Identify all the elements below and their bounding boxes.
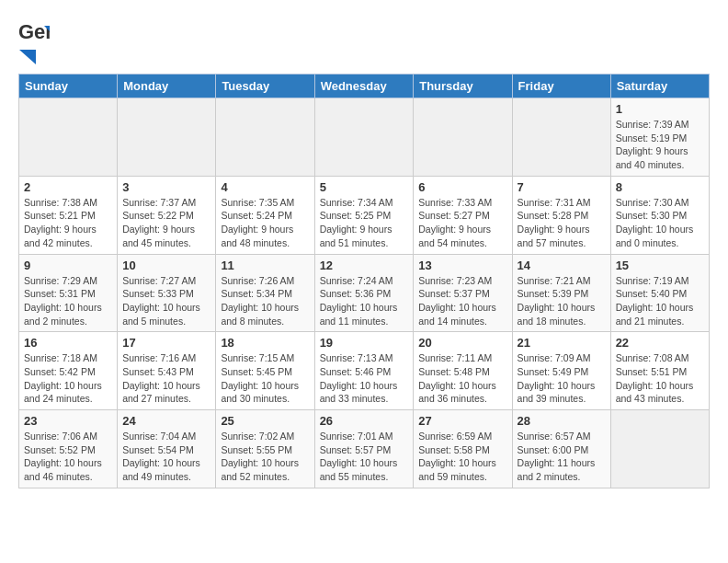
calendar-cell: 28Sunrise: 6:57 AM Sunset: 6:00 PM Dayli…	[512, 410, 610, 488]
svg-marker-2	[19, 50, 36, 64]
calendar-cell: 23Sunrise: 7:06 AM Sunset: 5:52 PM Dayli…	[19, 410, 118, 488]
day-info: Sunrise: 7:13 AM Sunset: 5:46 PM Dayligh…	[320, 351, 409, 406]
logo-icon: General	[18, 18, 50, 50]
day-info: Sunrise: 7:24 AM Sunset: 5:36 PM Dayligh…	[320, 274, 409, 328]
day-number: 19	[320, 336, 409, 350]
day-info: Sunrise: 7:09 AM Sunset: 5:49 PM Dayligh…	[518, 351, 606, 406]
calendar-week-row: 9Sunrise: 7:29 AM Sunset: 5:31 PM Daylig…	[19, 254, 710, 332]
calendar-cell: 20Sunrise: 7:11 AM Sunset: 5:48 PM Dayli…	[414, 332, 512, 410]
day-number: 26	[320, 414, 409, 428]
calendar-header-row: SundayMondayTuesdayWednesdayThursdayFrid…	[19, 75, 710, 98]
day-number: 12	[320, 259, 409, 272]
calendar-cell: 27Sunrise: 6:59 AM Sunset: 5:58 PM Dayli…	[414, 410, 512, 488]
calendar-cell: 26Sunrise: 7:01 AM Sunset: 5:57 PM Dayli…	[314, 410, 414, 488]
calendar-cell: 6Sunrise: 7:33 AM Sunset: 5:27 PM Daylig…	[414, 176, 512, 254]
day-number: 23	[24, 414, 112, 428]
calendar-cell: 1Sunrise: 7:39 AM Sunset: 5:19 PM Daylig…	[610, 98, 709, 177]
day-number: 20	[418, 336, 506, 350]
calendar-week-row: 16Sunrise: 7:18 AM Sunset: 5:42 PM Dayli…	[19, 332, 710, 410]
day-info: Sunrise: 7:35 AM Sunset: 5:24 PM Dayligh…	[221, 196, 309, 250]
day-number: 10	[122, 259, 210, 272]
day-number: 9	[24, 259, 112, 272]
calendar-table: SundayMondayTuesdayWednesdayThursdayFrid…	[18, 74, 710, 488]
calendar-cell	[216, 98, 314, 177]
day-of-week-header: Tuesday	[216, 75, 314, 98]
calendar-cell: 21Sunrise: 7:09 AM Sunset: 5:49 PM Dayli…	[512, 332, 610, 410]
logo-arrow-icon	[19, 50, 36, 64]
day-number: 16	[24, 336, 112, 350]
calendar-week-row: 23Sunrise: 7:06 AM Sunset: 5:52 PM Dayli…	[19, 410, 710, 488]
day-info: Sunrise: 7:08 AM Sunset: 5:51 PM Dayligh…	[616, 351, 704, 406]
day-number: 18	[221, 336, 309, 350]
logo: General	[18, 18, 50, 64]
day-number: 22	[616, 336, 704, 350]
calendar-cell: 2Sunrise: 7:38 AM Sunset: 5:21 PM Daylig…	[19, 176, 118, 254]
day-info: Sunrise: 7:39 AM Sunset: 5:19 PM Dayligh…	[616, 118, 704, 172]
calendar-cell: 18Sunrise: 7:15 AM Sunset: 5:45 PM Dayli…	[216, 332, 314, 410]
day-number: 5	[320, 180, 409, 194]
svg-text:General: General	[18, 20, 50, 43]
calendar-cell: 13Sunrise: 7:23 AM Sunset: 5:37 PM Dayli…	[414, 254, 512, 332]
day-info: Sunrise: 7:15 AM Sunset: 5:45 PM Dayligh…	[221, 351, 309, 406]
day-number: 7	[518, 180, 606, 194]
calendar-cell: 19Sunrise: 7:13 AM Sunset: 5:46 PM Dayli…	[314, 332, 414, 410]
day-number: 3	[122, 180, 210, 194]
day-number: 8	[616, 180, 704, 194]
calendar-cell: 24Sunrise: 7:04 AM Sunset: 5:54 PM Dayli…	[118, 410, 216, 488]
calendar-cell: 17Sunrise: 7:16 AM Sunset: 5:43 PM Dayli…	[118, 332, 216, 410]
day-of-week-header: Thursday	[414, 75, 512, 98]
calendar-cell: 15Sunrise: 7:19 AM Sunset: 5:40 PM Dayli…	[610, 254, 709, 332]
day-info: Sunrise: 7:29 AM Sunset: 5:31 PM Dayligh…	[24, 274, 112, 328]
day-info: Sunrise: 7:23 AM Sunset: 5:37 PM Dayligh…	[418, 274, 506, 328]
day-info: Sunrise: 7:27 AM Sunset: 5:33 PM Dayligh…	[122, 274, 210, 328]
day-info: Sunrise: 7:01 AM Sunset: 5:57 PM Dayligh…	[320, 430, 409, 484]
calendar-cell	[512, 98, 610, 177]
day-number: 6	[418, 180, 506, 194]
calendar-cell	[118, 98, 216, 177]
day-info: Sunrise: 7:21 AM Sunset: 5:39 PM Dayligh…	[518, 274, 606, 328]
day-info: Sunrise: 7:16 AM Sunset: 5:43 PM Dayligh…	[122, 351, 210, 406]
day-of-week-header: Friday	[512, 75, 610, 98]
day-of-week-header: Saturday	[610, 75, 709, 98]
calendar-cell	[610, 410, 709, 488]
day-info: Sunrise: 7:11 AM Sunset: 5:48 PM Dayligh…	[418, 351, 506, 406]
day-info: Sunrise: 7:06 AM Sunset: 5:52 PM Dayligh…	[24, 430, 112, 484]
calendar-cell: 3Sunrise: 7:37 AM Sunset: 5:22 PM Daylig…	[118, 176, 216, 254]
day-info: Sunrise: 7:19 AM Sunset: 5:40 PM Dayligh…	[616, 274, 704, 328]
day-number: 17	[122, 336, 210, 350]
day-number: 14	[518, 259, 606, 272]
day-info: Sunrise: 7:34 AM Sunset: 5:25 PM Dayligh…	[320, 196, 409, 250]
day-info: Sunrise: 7:26 AM Sunset: 5:34 PM Dayligh…	[221, 274, 309, 328]
day-info: Sunrise: 7:31 AM Sunset: 5:28 PM Dayligh…	[518, 196, 606, 250]
day-info: Sunrise: 7:18 AM Sunset: 5:42 PM Dayligh…	[24, 351, 112, 406]
day-of-week-header: Monday	[118, 75, 216, 98]
day-number: 21	[518, 336, 606, 350]
day-number: 1	[616, 102, 704, 116]
day-info: Sunrise: 7:04 AM Sunset: 5:54 PM Dayligh…	[122, 430, 210, 484]
day-number: 2	[24, 180, 112, 194]
day-number: 15	[616, 259, 704, 272]
day-info: Sunrise: 7:37 AM Sunset: 5:22 PM Dayligh…	[122, 196, 210, 250]
calendar-cell: 25Sunrise: 7:02 AM Sunset: 5:55 PM Dayli…	[216, 410, 314, 488]
calendar-cell: 14Sunrise: 7:21 AM Sunset: 5:39 PM Dayli…	[512, 254, 610, 332]
calendar-week-row: 2Sunrise: 7:38 AM Sunset: 5:21 PM Daylig…	[19, 176, 710, 254]
day-info: Sunrise: 6:57 AM Sunset: 6:00 PM Dayligh…	[518, 430, 606, 484]
calendar-cell: 22Sunrise: 7:08 AM Sunset: 5:51 PM Dayli…	[610, 332, 709, 410]
calendar-cell: 4Sunrise: 7:35 AM Sunset: 5:24 PM Daylig…	[216, 176, 314, 254]
calendar-cell	[314, 98, 414, 177]
day-number: 13	[418, 259, 506, 272]
calendar-cell: 12Sunrise: 7:24 AM Sunset: 5:36 PM Dayli…	[314, 254, 414, 332]
calendar-cell: 8Sunrise: 7:30 AM Sunset: 5:30 PM Daylig…	[610, 176, 709, 254]
day-number: 27	[418, 414, 506, 428]
calendar-cell: 7Sunrise: 7:31 AM Sunset: 5:28 PM Daylig…	[512, 176, 610, 254]
day-number: 25	[221, 414, 309, 428]
day-number: 28	[518, 414, 606, 428]
day-of-week-header: Wednesday	[314, 75, 414, 98]
calendar-week-row: 1Sunrise: 7:39 AM Sunset: 5:19 PM Daylig…	[19, 98, 710, 177]
day-info: Sunrise: 7:30 AM Sunset: 5:30 PM Dayligh…	[616, 196, 704, 250]
calendar-cell	[414, 98, 512, 177]
day-info: Sunrise: 6:59 AM Sunset: 5:58 PM Dayligh…	[418, 430, 506, 484]
day-info: Sunrise: 7:38 AM Sunset: 5:21 PM Dayligh…	[24, 196, 112, 250]
page-header: General	[18, 18, 710, 64]
calendar-cell: 10Sunrise: 7:27 AM Sunset: 5:33 PM Dayli…	[118, 254, 216, 332]
